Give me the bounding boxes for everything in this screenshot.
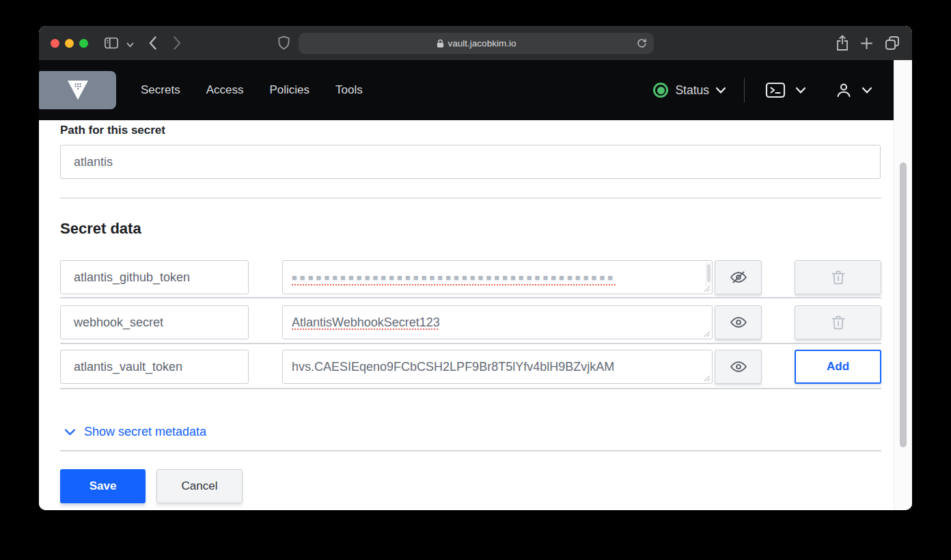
secret-value-input-2[interactable]: AtlantisWebhookSecret123 [282, 305, 713, 339]
path-input[interactable]: atlantis [60, 145, 881, 179]
user-chevron-icon[interactable] [862, 87, 872, 94]
toggle-visibility-button-1[interactable] [715, 260, 762, 294]
console-chevron-icon[interactable] [795, 87, 806, 94]
address-bar[interactable]: vault.jacobkim.io [299, 33, 654, 54]
new-tab-icon[interactable] [859, 36, 874, 51]
path-input-value: atlantis [74, 155, 113, 169]
show-secret-metadata-label: Show secret metadata [84, 425, 206, 439]
nav-link-policies[interactable]: Policies [269, 83, 309, 97]
nav-link-access[interactable]: Access [206, 83, 244, 97]
nav-link-tools[interactable]: Tools [335, 83, 363, 97]
fullscreen-window-button[interactable] [79, 39, 88, 48]
user-icon[interactable] [835, 81, 853, 99]
show-secret-metadata-toggle[interactable]: Show secret metadata [64, 425, 206, 439]
secret-value-input-3[interactable]: hvs.CAESIEqeno9FCbCSH2LPF9Br8T5lYfv4blH9… [282, 350, 713, 384]
nav-divider [744, 78, 745, 102]
console-icon[interactable] [765, 81, 786, 99]
tab-overview-icon[interactable] [884, 35, 900, 51]
privacy-shield-icon[interactable] [277, 35, 290, 51]
back-button[interactable] [148, 36, 157, 51]
eye-off-icon [729, 268, 748, 286]
close-window-button[interactable] [51, 39, 59, 48]
trash-icon [829, 268, 847, 286]
divider [60, 450, 881, 451]
secret-data-heading: Secret data [60, 220, 141, 238]
share-icon[interactable] [836, 35, 849, 51]
chevron-down-icon [64, 428, 76, 436]
vault-navbar: Secrets Access Policies Tools Status [39, 60, 894, 120]
row-divider [60, 388, 881, 389]
add-row-button[interactable]: Add [795, 350, 881, 384]
toggle-visibility-button-3[interactable] [715, 350, 762, 384]
sidebar-toggle-icon[interactable] [104, 36, 119, 50]
secret-key-value-3: atlantis_vault_token [74, 360, 182, 374]
page-scrollbar-thumb[interactable] [900, 163, 907, 447]
status-indicator-icon [653, 83, 668, 98]
lock-icon [437, 39, 444, 48]
row-divider [60, 297, 881, 298]
status-chevron-icon[interactable] [715, 87, 726, 94]
reload-icon[interactable] [636, 38, 648, 49]
url-text: vault.jacobkim.io [448, 38, 516, 48]
resize-grip-icon[interactable] [704, 331, 711, 337]
browser-titlebar: vault.jacobkim.io [39, 26, 912, 60]
trash-icon [829, 313, 847, 331]
secret-value-masked-1: ■■■■■■■■■■■■■■■■■■■■■■■■■■■■■■■■■■■■■■■■ [292, 272, 616, 283]
row-divider [60, 343, 881, 344]
vault-logo[interactable] [39, 71, 116, 109]
forward-button[interactable] [173, 36, 182, 51]
secret-key-value-1: atlantis_github_token [74, 270, 190, 285]
toggle-visibility-button-2[interactable] [715, 305, 762, 339]
secret-key-value-2: webhook_secret [74, 316, 163, 330]
delete-row-button-1[interactable] [795, 260, 881, 294]
secret-key-input-1[interactable]: atlantis_github_token [60, 260, 249, 294]
save-button[interactable]: Save [60, 469, 146, 503]
sidebar-chevron-icon[interactable] [126, 42, 134, 48]
cancel-button[interactable]: Cancel [156, 469, 243, 503]
secret-value-text-3: hvs.CAESIEqeno9FCbCSH2LPF9Br8T5lYfv4blH9… [292, 360, 614, 374]
delete-row-button-2[interactable] [795, 305, 881, 339]
resize-grip-icon[interactable] [704, 285, 711, 292]
minimize-window-button[interactable] [65, 39, 74, 48]
status-menu[interactable]: Status [675, 83, 709, 98]
secret-create-form: Path for this secret atlantis Secret dat… [39, 120, 894, 510]
eye-icon [729, 358, 748, 376]
nav-link-secrets[interactable]: Secrets [141, 83, 180, 97]
resize-grip-icon[interactable] [704, 375, 711, 382]
textarea-scrollbar[interactable] [706, 262, 711, 286]
eye-icon [729, 313, 748, 331]
secret-key-input-2[interactable]: webhook_secret [60, 305, 249, 339]
secret-key-input-3[interactable]: atlantis_vault_token [60, 350, 249, 384]
path-label: Path for this secret [60, 124, 165, 137]
vault-logo-icon [66, 80, 90, 100]
browser-window: vault.jacobkim.io [39, 26, 912, 510]
divider [60, 197, 881, 199]
secret-value-input-1[interactable]: ■■■■■■■■■■■■■■■■■■■■■■■■■■■■■■■■■■■■■■■■ [282, 260, 713, 294]
secret-value-text-2: AtlantisWebhookSecret123 [292, 316, 440, 330]
